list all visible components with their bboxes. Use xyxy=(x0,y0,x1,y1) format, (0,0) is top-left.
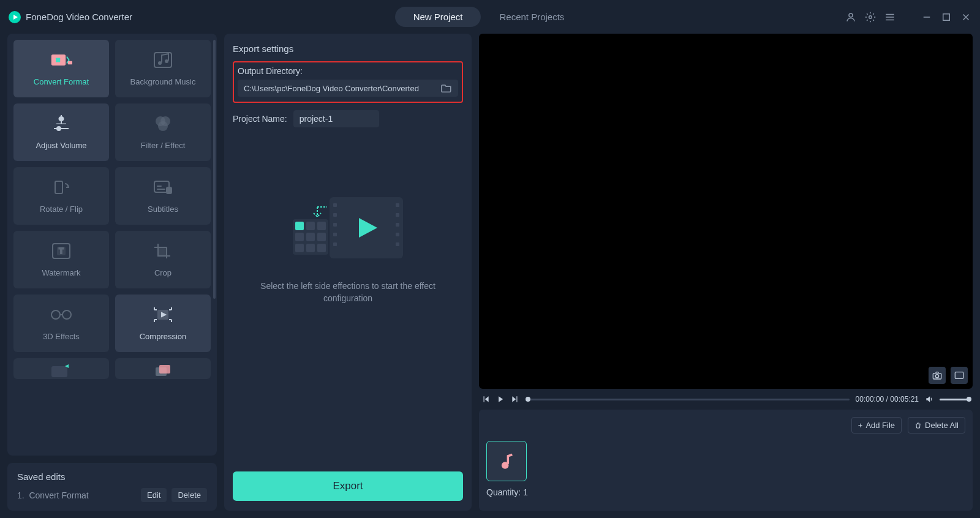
player-controls: 00:00:00 / 00:05:21 xyxy=(479,395,973,404)
saved-edit-button[interactable]: Edit xyxy=(141,488,167,502)
svg-rect-35 xyxy=(396,233,399,236)
close-icon[interactable] xyxy=(960,12,971,23)
next-icon[interactable] xyxy=(511,395,519,404)
video-preview[interactable] xyxy=(479,34,973,389)
svg-rect-29 xyxy=(333,223,337,227)
file-bar: +Add File Delete All Quantity: 1 xyxy=(479,410,973,511)
svg-point-20 xyxy=(51,310,60,319)
tool-label: 3D Effects xyxy=(43,332,80,341)
tool-watermark[interactable]: TWatermark xyxy=(13,231,109,288)
delete-all-button[interactable]: Delete All xyxy=(908,417,965,434)
music-icon xyxy=(152,51,174,69)
svg-point-21 xyxy=(62,310,71,319)
tool-label: Crop xyxy=(154,268,172,277)
logo-icon xyxy=(9,11,21,23)
svg-rect-42 xyxy=(306,233,315,241)
extra2-icon xyxy=(152,363,174,379)
watermark-icon: T xyxy=(50,242,72,260)
volume-icon xyxy=(50,115,72,132)
tab-new-project[interactable]: New Project xyxy=(395,7,481,27)
fullscreen-icon[interactable] xyxy=(951,367,968,384)
gear-icon[interactable] xyxy=(865,12,876,23)
export-settings-title: Export settings xyxy=(233,43,463,54)
extra1-icon xyxy=(50,363,72,379)
compress-icon xyxy=(152,306,174,323)
add-file-button[interactable]: +Add File xyxy=(851,417,902,434)
minimize-icon[interactable] xyxy=(921,12,932,23)
svg-rect-32 xyxy=(396,203,399,207)
svg-rect-33 xyxy=(396,213,399,217)
svg-rect-44 xyxy=(295,244,304,252)
svg-rect-41 xyxy=(295,233,304,241)
svg-rect-40 xyxy=(317,222,326,230)
play-icon[interactable] xyxy=(496,395,505,404)
convert-icon xyxy=(50,51,72,69)
music-note-icon xyxy=(498,452,515,470)
tool-3d[interactable]: 3D Effects xyxy=(13,295,109,352)
tool-label: Convert Format xyxy=(34,77,89,86)
3d-icon xyxy=(50,306,72,323)
tool-music[interactable]: Background Music xyxy=(115,40,211,97)
volume-icon[interactable] xyxy=(925,395,933,404)
svg-point-0 xyxy=(849,13,853,17)
tool-subtitles[interactable]: Subtitles xyxy=(115,167,211,225)
tool-crop[interactable]: Crop xyxy=(115,231,211,288)
tool-convert[interactable]: Convert Format xyxy=(13,40,109,97)
saved-edit-name: 1. Convert Format xyxy=(17,490,89,500)
svg-rect-49 xyxy=(955,372,963,379)
svg-rect-19 xyxy=(159,249,165,255)
snapshot-icon[interactable] xyxy=(929,367,946,384)
output-directory-input[interactable] xyxy=(244,84,436,93)
tool-compress[interactable]: Compression xyxy=(115,295,211,352)
rotate-icon xyxy=(50,179,72,196)
svg-rect-15 xyxy=(167,187,172,193)
file-thumbnail[interactable] xyxy=(486,441,527,481)
tool-label: Compression xyxy=(140,332,187,341)
main-layout: Convert FormatBackground MusicAdjust Vol… xyxy=(0,34,980,518)
export-button[interactable]: Export xyxy=(233,471,463,501)
output-directory-input-wrap xyxy=(238,80,458,97)
tool-filter[interactable]: Filter / Effect xyxy=(115,103,211,161)
svg-rect-34 xyxy=(396,223,399,227)
svg-point-12 xyxy=(158,121,168,131)
tool-label: Subtitles xyxy=(148,205,178,214)
project-name-input[interactable] xyxy=(293,110,379,127)
tool-label: Rotate / Flip xyxy=(40,205,83,214)
folder-browse-icon[interactable] xyxy=(441,83,452,93)
file-quantity: Quantity: 1 xyxy=(486,487,965,497)
main-tabs: New Project Recent Projects xyxy=(132,7,845,27)
volume-slider[interactable] xyxy=(940,399,970,400)
prev-icon[interactable] xyxy=(481,395,490,404)
output-directory-label: Output Directory: xyxy=(238,66,458,76)
time-display: 00:00:00 / 00:05:21 xyxy=(856,395,919,404)
tool-label: Watermark xyxy=(42,268,80,277)
tool-extra[interactable] xyxy=(115,358,211,379)
svg-rect-31 xyxy=(333,242,337,246)
seekbar[interactable] xyxy=(526,399,850,400)
tool-volume[interactable]: Adjust Volume xyxy=(13,103,109,161)
maximize-icon[interactable] xyxy=(941,12,952,23)
user-icon[interactable] xyxy=(845,12,856,23)
titlebar: FoneDog Video Converter New Project Rece… xyxy=(0,0,980,34)
tool-extra[interactable] xyxy=(13,358,109,379)
right-panel: 00:00:00 / 00:05:21 +Add File Delete All… xyxy=(479,34,973,511)
output-directory-section: Output Directory: xyxy=(233,61,463,103)
svg-point-9 xyxy=(57,127,61,130)
saved-delete-button[interactable]: Delete xyxy=(172,488,207,502)
tool-label: Adjust Volume xyxy=(36,141,86,150)
tool-scrollbar[interactable] xyxy=(213,40,216,328)
crop-icon xyxy=(152,242,174,260)
export-panel: Export settings Output Directory: Projec… xyxy=(224,34,472,511)
app-logo: FoneDog Video Converter xyxy=(9,11,132,23)
menu-icon[interactable] xyxy=(884,12,895,23)
tab-recent-projects[interactable]: Recent Projects xyxy=(481,7,582,27)
svg-rect-43 xyxy=(317,233,326,241)
svg-rect-39 xyxy=(306,222,315,230)
tool-rotate[interactable]: Rotate / Flip xyxy=(13,167,109,225)
app-title: FoneDog Video Converter xyxy=(26,12,132,22)
svg-rect-45 xyxy=(306,244,315,252)
tool-panel: Convert FormatBackground MusicAdjust Vol… xyxy=(7,34,217,456)
filter-icon xyxy=(152,115,174,132)
svg-rect-30 xyxy=(333,233,337,236)
tool-label: Background Music xyxy=(130,77,196,86)
